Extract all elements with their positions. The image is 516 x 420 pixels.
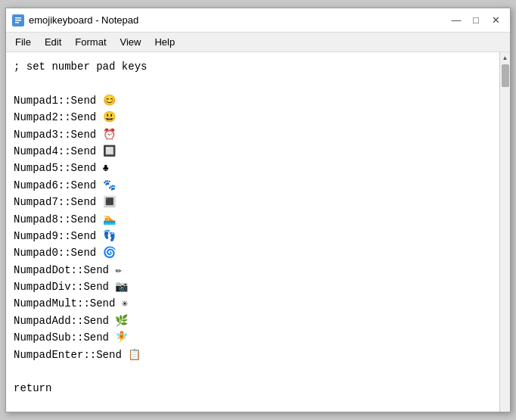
menu-edit[interactable]: Edit (39, 35, 67, 49)
scroll-up-arrow[interactable]: ▲ (500, 52, 511, 63)
scroll-thumb[interactable] (502, 64, 509, 87)
editor-content[interactable]: ; set number pad keys Numpad1::Send 😊 Nu… (6, 52, 499, 412)
window-controls: — □ ✕ (448, 12, 504, 29)
window-title: emojikeyboard - Notepad (29, 14, 138, 26)
maximize-button[interactable]: □ (468, 12, 484, 29)
notepad-window: emojikeyboard - Notepad — □ ✕ File Edit … (5, 8, 511, 412)
vertical-scrollbar[interactable]: ▲ (499, 52, 510, 412)
svg-rect-1 (15, 17, 21, 19)
menu-file[interactable]: File (9, 35, 37, 49)
title-bar: emojikeyboard - Notepad — □ ✕ (6, 8, 510, 33)
menu-view[interactable]: View (114, 35, 148, 49)
menu-format[interactable]: Format (69, 35, 112, 49)
svg-rect-3 (15, 22, 19, 23)
editor-area: ; set number pad keys Numpad1::Send 😊 Nu… (6, 52, 510, 412)
app-icon (12, 14, 24, 26)
menu-help[interactable]: Help (148, 35, 181, 49)
svg-rect-2 (15, 20, 21, 21)
menu-bar: File Edit Format View Help (6, 33, 510, 52)
title-bar-left: emojikeyboard - Notepad (12, 14, 138, 26)
close-button[interactable]: ✕ (487, 12, 504, 29)
minimize-button[interactable]: — (448, 12, 465, 29)
